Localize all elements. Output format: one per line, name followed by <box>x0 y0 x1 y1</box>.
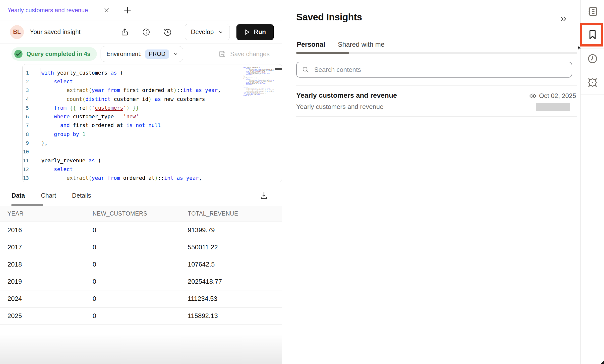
code-line[interactable]: 4 count(distinct customer_id) as new_cus… <box>23 95 243 103</box>
right-icon-rail <box>580 0 604 364</box>
redacted-placeholder <box>536 103 570 111</box>
code-line[interactable]: 13 extract(year from ordered_at)::int as… <box>23 174 243 182</box>
sql-editor[interactable]: 1with yearly_customers as (2 select3 ext… <box>22 64 282 182</box>
develop-dropdown[interactable]: Develop <box>185 24 230 40</box>
line-number: 7 <box>23 122 41 128</box>
table-row: 20180107642.5 <box>0 256 282 273</box>
environment-value-badge: PROD <box>145 49 169 59</box>
table-cell: 2024 <box>0 290 92 307</box>
saved-insight-list-item[interactable]: Yearly customers and revenue Yearly cust… <box>296 90 577 115</box>
notebook-icon[interactable] <box>581 4 604 18</box>
dbt-icon[interactable] <box>581 76 604 90</box>
insight-subtitle: Your saved insight <box>30 28 80 36</box>
results-tab-data[interactable]: Data <box>11 192 25 199</box>
save-changes-label: Save changes <box>230 50 270 58</box>
code-line[interactable]: 8 group by 1 <box>23 130 243 138</box>
status-bar: Query completed in 4s Environment: PROD … <box>0 44 282 64</box>
column-header-total_revenue: TOTAL_REVENUE <box>187 206 282 222</box>
results-panel: DataChartDetails YEARNEW_CUSTOMERSTOTAL_… <box>0 185 282 325</box>
line-number: 12 <box>23 166 41 172</box>
table-cell: 115892.13 <box>187 307 282 324</box>
download-icon[interactable] <box>260 191 268 200</box>
saved-insights-panel: Saved Insights Personal Shared with me Y… <box>282 0 580 364</box>
line-number: 9 <box>23 140 41 146</box>
environment-selector[interactable]: Environment: PROD <box>101 46 183 62</box>
search-icon <box>302 66 309 73</box>
results-table: YEARNEW_CUSTOMERSTOTAL_REVENUE 201609139… <box>0 206 282 325</box>
tab-personal[interactable]: Personal <box>297 41 325 48</box>
code-line[interactable]: 12 select <box>23 165 243 174</box>
column-header-new_customers: NEW_CUSTOMERS <box>92 206 187 222</box>
play-icon <box>244 29 250 35</box>
table-cell: 2017 <box>0 239 92 256</box>
table-cell: 0 <box>92 256 187 273</box>
line-number: 10 <box>23 149 41 155</box>
collapse-panel-icon[interactable] <box>560 15 568 23</box>
line-number: 1 <box>23 70 41 76</box>
line-number: 3 <box>23 87 41 93</box>
code-line[interactable]: 1with yearly_customers as ( <box>23 68 243 77</box>
info-icon[interactable] <box>142 28 150 36</box>
tab-title: Yearly customers and revenue <box>7 7 88 14</box>
clock-icon[interactable] <box>581 52 604 66</box>
divider <box>296 116 577 117</box>
line-number: 4 <box>23 96 41 102</box>
divider <box>296 85 577 86</box>
insight-title: Yearly customers and revenue <box>296 91 397 99</box>
query-status-badge: Query completed in 4s <box>11 47 97 61</box>
editor-scrollbar[interactable] <box>275 68 282 70</box>
code-line[interactable]: 5 from {{ ref('customers') }} <box>23 103 243 112</box>
table-cell: 2025 <box>0 307 92 324</box>
code-line[interactable]: 2 select <box>23 77 243 86</box>
table-row: 20250115892.13 <box>0 307 282 324</box>
search-box[interactable] <box>296 62 572 78</box>
avatar[interactable]: BL <box>10 25 24 39</box>
table-row: 2016091399.79 <box>0 222 282 239</box>
close-icon[interactable] <box>103 7 110 13</box>
table-cell: 0 <box>92 222 187 239</box>
run-label: Run <box>254 28 266 36</box>
table-cell: 0 <box>92 273 187 290</box>
results-tab-details[interactable]: Details <box>72 192 91 199</box>
tab-shared-with-me[interactable]: Shared with me <box>338 41 385 48</box>
history-icon[interactable] <box>163 28 172 36</box>
line-number: 8 <box>23 131 41 137</box>
table-cell: 107642.5 <box>187 256 282 273</box>
code-line[interactable]: 10 <box>23 147 243 156</box>
panel-title: Saved Insights <box>296 12 362 23</box>
results-tab-bar: DataChartDetails <box>0 185 282 206</box>
table-cell: 550011.22 <box>187 239 282 256</box>
line-number: 5 <box>23 105 41 111</box>
tab-bar: Yearly customers and revenue <box>0 0 282 20</box>
line-number: 11 <box>23 158 41 164</box>
chevron-down-icon <box>173 51 179 57</box>
environment-label: Environment: <box>106 50 141 57</box>
results-table-header: YEARNEW_CUSTOMERSTOTAL_REVENUE <box>0 206 282 222</box>
chevron-down-icon <box>218 29 224 35</box>
rail-divider <box>581 71 604 71</box>
table-row: 201902025418.77 <box>0 273 282 290</box>
run-button[interactable]: Run <box>236 24 274 40</box>
code-line[interactable]: 11yearly_revenue as ( <box>23 156 243 165</box>
search-input[interactable] <box>314 66 567 74</box>
results-tab-chart[interactable]: Chart <box>41 192 56 199</box>
code-line[interactable]: 7 and first_ordered_at is not null <box>23 121 243 130</box>
code-line[interactable]: 9), <box>23 138 243 147</box>
table-cell: 2019 <box>0 273 92 290</box>
rail-divider <box>581 94 604 95</box>
rail-divider <box>581 48 604 49</box>
toolbar: BL Your saved insight Develop <box>0 20 282 44</box>
table-cell: 2025418.77 <box>187 273 282 290</box>
code-line[interactable]: 6 where customer_type = 'new' <box>23 112 243 121</box>
code-line[interactable]: 3 extract(year from first_ordered_at)::i… <box>23 86 243 95</box>
annotation-highlight-box <box>580 23 603 46</box>
table-row: 20170550011.22 <box>0 239 282 256</box>
new-tab-button[interactable] <box>117 0 138 20</box>
editor-minimap[interactable]: with yearly_customers as ( select extrac… <box>243 67 274 104</box>
line-number: 2 <box>23 79 41 85</box>
save-changes-button[interactable]: Save changes <box>218 50 270 58</box>
share-icon[interactable] <box>121 28 129 36</box>
table-cell: 91399.79 <box>187 222 282 239</box>
table-cell: 0 <box>92 290 187 307</box>
tab-yearly-customers-and-revenue[interactable]: Yearly customers and revenue <box>0 0 117 20</box>
